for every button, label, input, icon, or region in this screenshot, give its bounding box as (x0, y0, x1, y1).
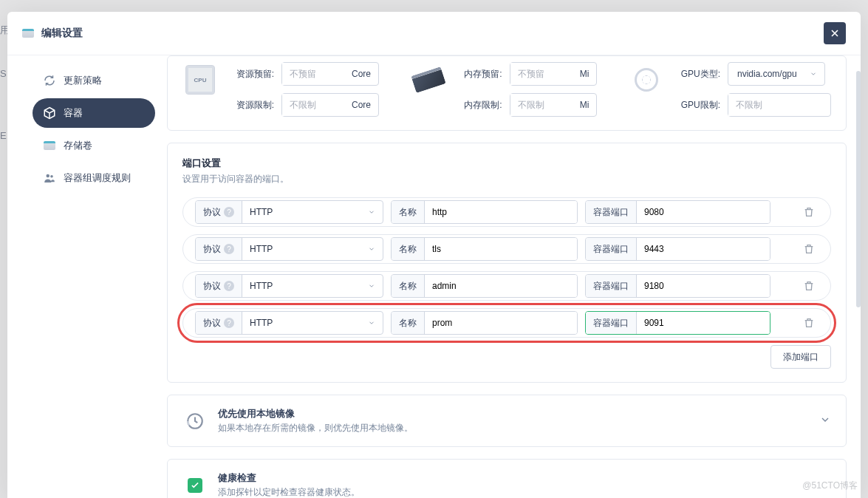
name-input[interactable] (425, 238, 577, 260)
local-image-title: 优先使用本地镜像 (218, 407, 413, 420)
edit-settings-modal: 编辑设置 更新策略 容器 存储卷 (7, 12, 861, 498)
mem-reserve-input[interactable] (510, 63, 573, 85)
name-input[interactable] (425, 312, 577, 334)
cpu-unit: Core (344, 100, 378, 110)
chevron-down-icon (368, 208, 375, 216)
chevron-down-icon (810, 70, 817, 78)
check-icon (188, 478, 202, 493)
mem-reserve-label: 内存预留: (455, 68, 502, 81)
help-icon[interactable]: ? (224, 281, 234, 291)
delete-port-button[interactable] (798, 201, 820, 223)
resource-card: CPU 资源预留: Core 资源限制: (167, 55, 847, 131)
sidebar-item-container[interactable]: 容器 (33, 98, 155, 128)
memory-column: 内存预留: Mi 内存限制: Mi (411, 62, 598, 117)
protocol-field[interactable]: 协议? HTTP (195, 274, 383, 298)
protocol-label: 协议? (196, 312, 242, 334)
delete-port-button[interactable] (798, 238, 820, 260)
name-field[interactable]: 名称 (391, 311, 578, 335)
modal-title: 编辑设置 (41, 27, 83, 40)
name-input[interactable] (425, 275, 577, 297)
scrollbar-thumb[interactable] (856, 71, 861, 307)
name-field[interactable]: 名称 (391, 200, 578, 224)
sidebar-item-label: 更新策略 (64, 74, 102, 87)
name-field[interactable]: 名称 (391, 274, 578, 298)
cpu-icon: CPU (185, 65, 215, 95)
port-input[interactable] (637, 312, 770, 334)
chevron-down-icon (368, 245, 375, 253)
cpu-limit-input[interactable] (282, 94, 344, 116)
port-field[interactable]: 容器端口 (585, 237, 770, 261)
cpu-limit-input-wrap[interactable]: Core (281, 93, 379, 117)
protocol-field[interactable]: 协议? HTTP (195, 200, 383, 224)
name-label: 名称 (392, 201, 425, 223)
sidebar-item-update-policy[interactable]: 更新策略 (33, 66, 155, 95)
trash-icon (803, 206, 815, 218)
name-field[interactable]: 名称 (391, 237, 578, 261)
protocol-select[interactable]: HTTP (242, 244, 383, 254)
protocol-label: 协议? (196, 275, 242, 297)
sidebar-item-scheduling[interactable]: 容器组调度规则 (33, 163, 155, 193)
gpu-limit-input-wrap[interactable] (728, 93, 831, 117)
protocol-select[interactable]: HTTP (242, 318, 383, 328)
port-input[interactable] (637, 201, 770, 223)
port-field[interactable]: 容器端口 (585, 274, 770, 298)
cpu-reserve-input-wrap[interactable]: Core (281, 62, 379, 86)
container-icon (22, 29, 34, 38)
health-check-subtitle: 添加探针以定时检查容器健康状态。 (218, 486, 360, 498)
help-icon[interactable]: ? (224, 244, 234, 254)
ports-subtitle: 设置用于访问容器的端口。 (182, 173, 831, 185)
sidebar-item-label: 容器 (64, 106, 83, 120)
port-row: 协议? HTTP 名称 容器端口 (182, 271, 831, 301)
port-input[interactable] (637, 275, 770, 297)
gpu-limit-input[interactable] (728, 94, 817, 116)
port-input[interactable] (637, 238, 770, 260)
name-label: 名称 (392, 238, 425, 260)
chevron-down-icon (368, 282, 375, 290)
close-button[interactable] (824, 22, 846, 44)
protocol-value: HTTP (250, 318, 273, 328)
port-label: 容器端口 (586, 275, 637, 297)
port-row: 协议? HTTP 名称 容器端口 (182, 234, 831, 264)
watermark: @51CTO博客 (802, 480, 858, 492)
health-check-card[interactable]: 健康检查 添加探针以定时检查容器健康状态。 (167, 459, 847, 498)
name-label: 名称 (392, 312, 425, 334)
history-icon (182, 409, 208, 434)
port-field[interactable]: 容器端口 (585, 311, 770, 335)
name-input[interactable] (425, 201, 577, 223)
port-row: 协议? HTTP 名称 容器端口 (182, 197, 831, 227)
mem-reserve-input-wrap[interactable]: Mi (510, 62, 598, 86)
trash-icon (803, 280, 815, 292)
port-label: 容器端口 (586, 312, 637, 334)
sidebar-item-volume[interactable]: 存储卷 (33, 131, 155, 160)
gpu-column: GPU类型: nvidia.com/gpu GPU限制: (629, 62, 831, 117)
protocol-select[interactable]: HTTP (242, 281, 383, 291)
port-row: 协议? HTTP 名称 容器端口 (182, 308, 831, 338)
svg-point-1 (50, 175, 53, 178)
protocol-select[interactable]: HTTP (242, 207, 383, 217)
cpu-reserve-label: 资源预留: (227, 68, 274, 81)
mem-limit-input[interactable] (510, 94, 573, 116)
refresh-icon (43, 74, 56, 87)
cpu-reserve-input[interactable] (282, 63, 344, 85)
help-icon[interactable]: ? (224, 318, 234, 328)
delete-port-button[interactable] (798, 312, 820, 334)
help-icon[interactable]: ? (224, 207, 234, 217)
protocol-field[interactable]: 协议? HTTP (195, 237, 383, 261)
mem-unit: Mi (573, 100, 597, 110)
disk-icon (43, 139, 56, 152)
protocol-field[interactable]: 协议? HTTP (195, 311, 383, 335)
add-port-button[interactable]: 添加端口 (770, 345, 831, 369)
delete-port-button[interactable] (798, 275, 820, 297)
protocol-label: 协议? (196, 238, 242, 260)
close-icon (829, 27, 841, 39)
cpu-unit: Core (344, 69, 378, 79)
mem-limit-label: 内存限制: (455, 99, 502, 112)
mem-limit-input-wrap[interactable]: Mi (510, 93, 598, 117)
chevron-down-icon (368, 319, 375, 327)
ports-card: 端口设置 设置用于访问容器的端口。 协议? HTTP 名称 容器端口 协议? H… (167, 143, 847, 383)
local-image-card[interactable]: 优先使用本地镜像 如果本地存在所需的镜像，则优先使用本地镜像。 (167, 395, 847, 447)
protocol-value: HTTP (250, 244, 273, 254)
port-field[interactable]: 容器端口 (585, 200, 770, 224)
sidebar-item-label: 容器组调度规则 (64, 171, 131, 185)
gpu-type-select[interactable]: nvidia.com/gpu (728, 62, 825, 86)
